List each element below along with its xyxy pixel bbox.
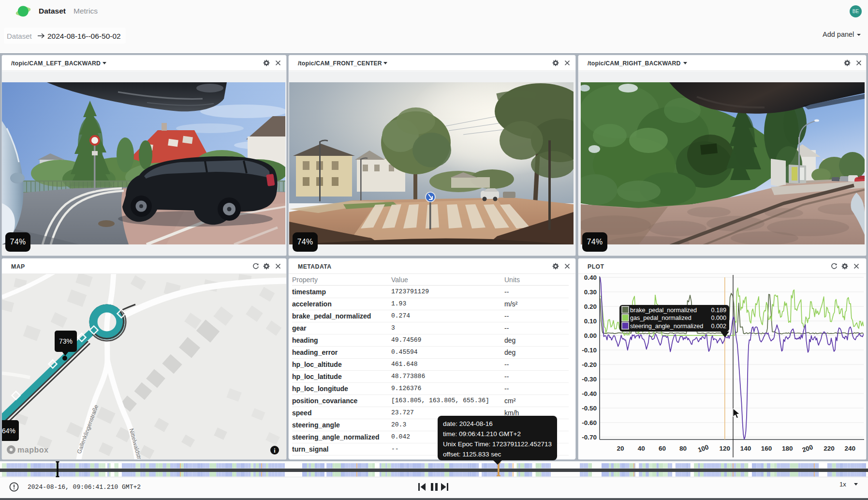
svg-text:40: 40 [638, 445, 645, 452]
svg-text:-0.20: -0.20 [582, 361, 597, 368]
svg-text:0.000: 0.000 [711, 315, 726, 321]
svg-text:-0.60: -0.60 [582, 419, 597, 426]
svg-text:240: 240 [844, 445, 855, 452]
svg-text:160: 160 [761, 445, 772, 452]
svg-text:220: 220 [824, 445, 835, 452]
svg-text:gas_pedal_normalized: gas_pedal_normalized [630, 315, 691, 321]
svg-text:64%: 64% [2, 427, 15, 435]
svg-text:0.189: 0.189 [711, 307, 726, 314]
svg-text:0.20: 0.20 [584, 303, 597, 310]
svg-text:80: 80 [679, 445, 687, 452]
svg-text:brake_pedal_normalized: brake_pedal_normalized [630, 307, 697, 314]
svg-text:20: 20 [617, 445, 624, 452]
svg-text:0.10: 0.10 [584, 318, 597, 325]
svg-text:0.40: 0.40 [584, 274, 597, 281]
svg-text:steering_angle_normalized: steering_angle_normalized [630, 323, 703, 330]
svg-text:180: 180 [782, 445, 793, 452]
svg-text:-0.30: -0.30 [582, 376, 597, 383]
svg-text:-0.10: -0.10 [582, 347, 597, 354]
svg-text:0.00: 0.00 [584, 332, 597, 339]
svg-text:120: 120 [720, 445, 731, 452]
svg-text:-0.40: -0.40 [582, 390, 597, 397]
svg-text:0.002: 0.002 [711, 323, 726, 330]
svg-text:73%: 73% [59, 337, 73, 345]
svg-text:mapbox: mapbox [17, 446, 48, 454]
svg-text:0.30: 0.30 [584, 288, 597, 296]
svg-text:60: 60 [659, 445, 666, 452]
svg-text:-0.50: -0.50 [582, 405, 597, 412]
svg-text:-0.70: -0.70 [582, 434, 597, 441]
svg-text:140: 140 [740, 445, 751, 452]
